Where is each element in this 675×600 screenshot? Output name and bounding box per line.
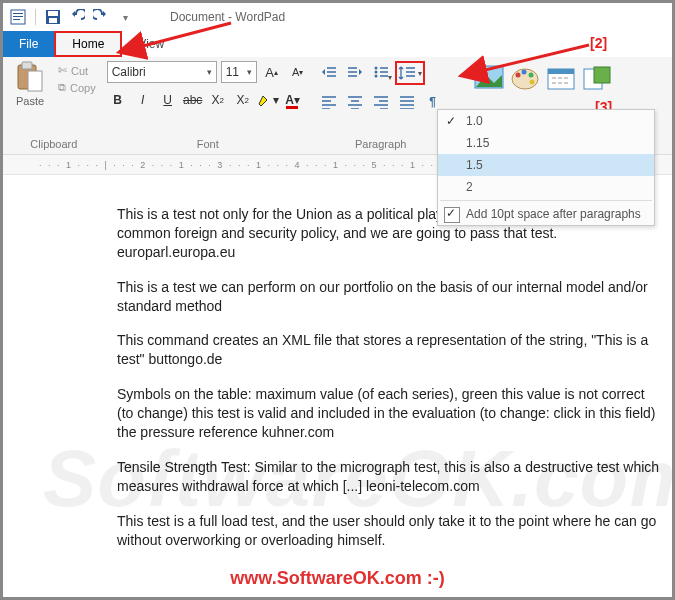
- svg-point-14: [479, 70, 485, 76]
- svg-point-11: [374, 71, 377, 74]
- paste-button[interactable]: Paste: [9, 61, 51, 107]
- italic-button[interactable]: I: [132, 89, 154, 111]
- group-clipboard-label: Clipboard: [30, 136, 77, 154]
- insert-datetime-button[interactable]: [545, 63, 577, 95]
- copy-button[interactable]: ⧉Copy: [55, 80, 99, 95]
- doc-paragraph: This command creates an XML file that st…: [117, 331, 662, 369]
- doc-paragraph: Tensile Strength Test: Similar to the mi…: [117, 458, 662, 496]
- svg-point-10: [374, 67, 377, 70]
- decrease-indent-button[interactable]: [317, 61, 341, 83]
- title-bar: ▾ Document - WordPad: [3, 3, 672, 31]
- text-highlight-button[interactable]: ▾: [257, 89, 279, 111]
- insert-object-button[interactable]: [581, 63, 613, 95]
- cut-icon: ✄: [58, 64, 67, 77]
- line-spacing-button[interactable]: ▾: [395, 61, 425, 85]
- paste-label: Paste: [16, 95, 44, 107]
- group-paragraph: ▾ ▾ ¶ Paragraph: [317, 61, 445, 154]
- font-name-combobox[interactable]: Calibri▾: [107, 61, 217, 83]
- tab-home[interactable]: Home: [54, 31, 122, 57]
- group-font-label: Font: [197, 136, 219, 154]
- paste-icon: [16, 61, 44, 95]
- doc-paragraph: This test is a full load test, and the u…: [117, 512, 662, 550]
- align-center-button[interactable]: [343, 91, 367, 113]
- line-spacing-option[interactable]: 1.5: [438, 154, 654, 176]
- app-icon: [9, 8, 27, 26]
- svg-rect-5: [48, 11, 58, 16]
- align-right-button[interactable]: [369, 91, 393, 113]
- add-space-after-paragraphs[interactable]: Add 10pt space after paragraphs: [438, 203, 654, 225]
- svg-rect-6: [49, 18, 57, 23]
- group-font: Calibri▾ 11▾ A▴ A▾ B I U abc X2 X2 ▾ A▾ …: [107, 61, 309, 154]
- align-left-button[interactable]: [317, 91, 341, 113]
- svg-point-16: [515, 73, 520, 78]
- svg-rect-2: [13, 16, 23, 17]
- ribbon-tabs: File Home View: [3, 31, 672, 57]
- qat-dropdown-icon[interactable]: ▾: [116, 8, 134, 26]
- svg-point-19: [529, 80, 534, 85]
- save-icon[interactable]: [44, 8, 62, 26]
- line-spacing-option[interactable]: 1.15: [438, 132, 654, 154]
- insert-paint-drawing-button[interactable]: [509, 63, 541, 95]
- insert-picture-button[interactable]: [473, 63, 505, 95]
- tab-file[interactable]: File: [3, 31, 54, 57]
- document-body[interactable]: This is a test not only for the Union as…: [3, 181, 672, 553]
- subscript-button[interactable]: X2: [207, 89, 229, 111]
- doc-paragraph: Symbols on the table: maximum value (of …: [117, 385, 662, 442]
- tab-view[interactable]: View: [122, 31, 180, 57]
- svg-point-18: [528, 73, 533, 78]
- svg-rect-23: [594, 67, 610, 83]
- group-clipboard: Paste ✄Cut ⧉Copy Clipboard: [9, 61, 99, 154]
- svg-rect-1: [13, 13, 23, 14]
- undo-icon[interactable]: [68, 8, 86, 26]
- line-spacing-dropdown: 1.0 1.15 1.5 2 Add 10pt space after para…: [437, 109, 655, 226]
- dropdown-separator: [440, 200, 652, 201]
- window-title: Document - WordPad: [170, 10, 285, 24]
- doc-paragraph: This is a test we can perform on our por…: [117, 278, 662, 316]
- underline-button[interactable]: U: [157, 89, 179, 111]
- chevron-down-icon: ▾: [247, 67, 252, 77]
- footer-text: www.SoftwareOK.com :-): [3, 568, 672, 589]
- increase-indent-button[interactable]: [343, 61, 367, 83]
- line-spacing-option[interactable]: 1.0: [438, 110, 654, 132]
- svg-rect-21: [548, 69, 574, 74]
- line-spacing-option[interactable]: 2: [438, 176, 654, 198]
- font-size-combobox[interactable]: 11▾: [221, 61, 257, 83]
- cut-button[interactable]: ✄Cut: [55, 63, 99, 78]
- svg-rect-8: [22, 62, 32, 69]
- redo-icon[interactable]: [92, 8, 110, 26]
- justify-button[interactable]: [395, 91, 419, 113]
- bold-button[interactable]: B: [107, 89, 129, 111]
- grow-font-button[interactable]: A▴: [261, 61, 283, 83]
- shrink-font-button[interactable]: A▾: [287, 61, 309, 83]
- chevron-down-icon: ▾: [207, 67, 212, 77]
- copy-icon: ⧉: [58, 81, 66, 94]
- svg-rect-3: [13, 19, 20, 20]
- svg-rect-9: [28, 71, 42, 91]
- svg-point-17: [521, 70, 526, 75]
- superscript-button[interactable]: X2: [232, 89, 254, 111]
- strikethrough-button[interactable]: abc: [182, 89, 204, 111]
- group-paragraph-label: Paragraph: [355, 136, 406, 154]
- svg-point-12: [374, 75, 377, 78]
- font-color-button[interactable]: A▾: [282, 89, 304, 111]
- bullets-button[interactable]: ▾: [369, 61, 393, 83]
